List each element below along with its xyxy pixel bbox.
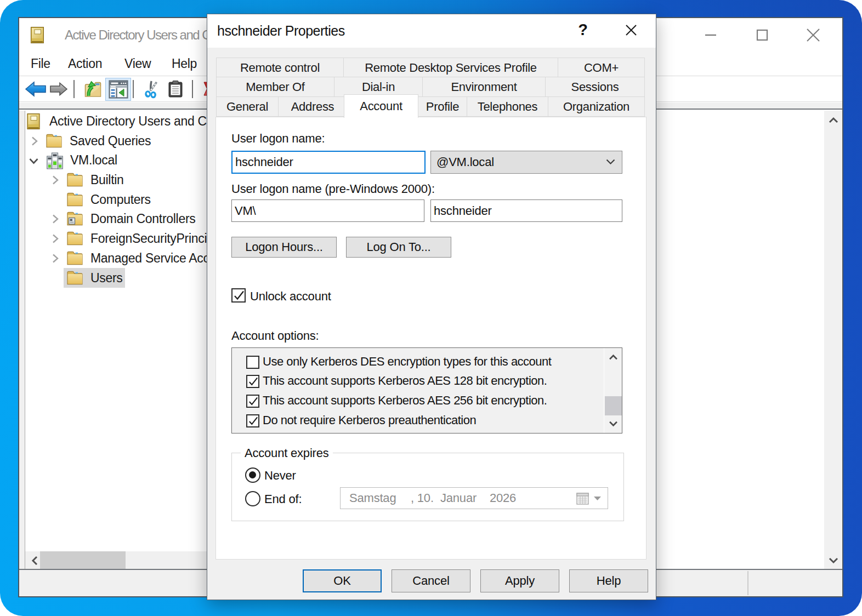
scrollbar-thumb[interactable] <box>605 396 622 415</box>
properties-dialog: hschneider Properties ? Remote control R… <box>207 14 656 600</box>
tab-profile[interactable]: Profile <box>418 97 467 117</box>
tab-account[interactable]: Account <box>344 94 418 118</box>
dialog-close-button[interactable] <box>621 14 641 46</box>
user-logon-name-label: User logon name: <box>231 132 325 146</box>
tree-item-label: Users <box>90 268 123 288</box>
user-logon-name-input[interactable]: hschneider <box>231 151 426 174</box>
expires-end-radio[interactable] <box>245 491 260 506</box>
pre2000-name-input[interactable]: hschneider <box>430 199 622 222</box>
up-folder-icon[interactable] <box>83 77 102 101</box>
back-icon[interactable] <box>24 77 48 101</box>
dialog-title: hschneider Properties <box>217 14 345 48</box>
option-checkbox[interactable] <box>246 375 259 388</box>
domain-suffix-dropdown[interactable]: @VM.local <box>430 151 622 174</box>
scroll-up-icon[interactable] <box>604 348 622 366</box>
chevron-collapsed-icon[interactable] <box>51 214 59 226</box>
log-on-to-button[interactable]: Log On To... <box>346 237 451 258</box>
expires-never-label: Never <box>264 469 296 483</box>
date-day: , 10. <box>411 488 434 509</box>
option-checkbox[interactable] <box>246 395 259 408</box>
tab-remote-desktop-services-profile[interactable]: Remote Desktop Services Profile <box>344 58 558 77</box>
folder-icon <box>67 172 83 189</box>
ok-button[interactable]: OK <box>303 569 382 592</box>
folder-icon <box>67 192 83 209</box>
toolbar-separator <box>73 80 75 98</box>
menu-file[interactable]: File <box>31 52 50 76</box>
dialog-help-button[interactable]: ? <box>575 13 591 47</box>
folder-icon <box>67 250 83 267</box>
help-button[interactable]: Help <box>569 569 648 592</box>
console-book-icon <box>27 113 40 132</box>
tab-telephones[interactable]: Telephones <box>467 97 548 117</box>
pre2000-domain-value: VM\ <box>235 204 256 218</box>
tree-item-label: Domain Controllers <box>90 209 195 229</box>
chevron-expanded-icon[interactable] <box>29 157 39 167</box>
scroll-down-icon[interactable] <box>824 551 842 569</box>
list-item[interactable]: This account supports Kerberos AES 128 b… <box>232 373 622 391</box>
list-item[interactable]: Do not require Kerberos preauthenticatio… <box>232 412 622 431</box>
tab-remote-control[interactable]: Remote control <box>216 58 344 77</box>
tab-general[interactable]: General <box>216 97 279 117</box>
pre2000-domain-input[interactable]: VM\ <box>231 199 424 222</box>
tab-sessions[interactable]: Sessions <box>546 77 645 97</box>
folder-dc-icon <box>67 211 83 228</box>
chevron-collapsed-icon[interactable] <box>51 253 59 266</box>
options-scrollbar[interactable] <box>604 348 622 433</box>
pre2000-label: User logon name (pre-Windows 2000): <box>231 182 435 196</box>
console-tree-toggle-icon[interactable] <box>105 78 131 101</box>
tab-environment[interactable]: Environment <box>423 77 546 97</box>
logon-hours-button[interactable]: Logon Hours... <box>231 237 337 258</box>
scrollbar-thumb[interactable] <box>40 551 126 569</box>
scroll-up-icon[interactable] <box>824 111 842 129</box>
option-checkbox[interactable] <box>246 414 259 427</box>
menu-action[interactable]: Action <box>68 52 102 76</box>
maximize-button[interactable] <box>743 18 781 52</box>
folder-icon <box>67 270 83 287</box>
date-month: Januar <box>440 488 477 509</box>
tab-com-plus[interactable]: COM+ <box>558 58 645 77</box>
expires-date-picker[interactable]: Samstag , 10. Januar 2026 <box>340 487 608 509</box>
close-button[interactable] <box>794 18 832 52</box>
minimize-button[interactable] <box>691 18 730 52</box>
scroll-down-icon[interactable] <box>604 415 622 433</box>
list-item[interactable]: This account supports Kerberos AES 256 b… <box>232 392 622 411</box>
calendar-icon <box>576 492 589 505</box>
date-day-name: Samstag <box>349 488 396 509</box>
cut-icon[interactable] <box>143 77 158 101</box>
account-options-list: Use only Kerberos DES encryption types f… <box>231 347 622 434</box>
tab-organization[interactable]: Organization <box>548 97 645 117</box>
chevron-down-icon <box>593 496 602 501</box>
chevron-collapsed-icon[interactable] <box>51 175 59 187</box>
date-year: 2026 <box>490 488 516 509</box>
dialog-titlebar[interactable]: hschneider Properties ? <box>207 14 656 48</box>
domain-suffix-value: @VM.local <box>436 155 494 169</box>
tree-item-label: Computers <box>90 190 151 209</box>
cancel-button[interactable]: Cancel <box>392 569 470 592</box>
forward-icon[interactable] <box>48 77 69 101</box>
chevron-collapsed-icon[interactable] <box>51 233 59 246</box>
unlock-account-checkbox[interactable] <box>231 288 246 303</box>
apply-button[interactable]: Apply <box>480 569 559 592</box>
domain-icon <box>47 152 63 172</box>
paste-icon[interactable] <box>167 77 184 101</box>
console-book-icon <box>31 27 44 45</box>
menu-help[interactable]: Help <box>172 52 197 76</box>
folder-icon <box>46 133 62 150</box>
chevron-down-icon <box>606 159 615 165</box>
expires-never-radio[interactable] <box>245 467 260 483</box>
details-vertical-scrollbar[interactable] <box>824 111 842 569</box>
user-logon-name-value: hschneider <box>235 155 293 169</box>
tab-address[interactable]: Address <box>279 97 347 117</box>
account-options-label: Account options: <box>231 329 319 343</box>
menu-view[interactable]: View <box>124 52 151 76</box>
tree-item-label: Builtin <box>90 170 124 190</box>
unlock-account-label: Unlock account <box>250 289 331 304</box>
chevron-collapsed-icon[interactable] <box>30 136 38 149</box>
option-checkbox[interactable] <box>246 356 259 369</box>
list-item[interactable]: Use only Kerberos DES encryption types f… <box>232 353 622 372</box>
folder-icon <box>67 231 83 248</box>
tab-member-of[interactable]: Member Of <box>216 77 334 97</box>
desktop-background: Active Directory Users and Computers Fil… <box>0 0 862 616</box>
toolbar-separator <box>192 80 193 98</box>
pre2000-name-value: hschneider <box>434 204 492 218</box>
